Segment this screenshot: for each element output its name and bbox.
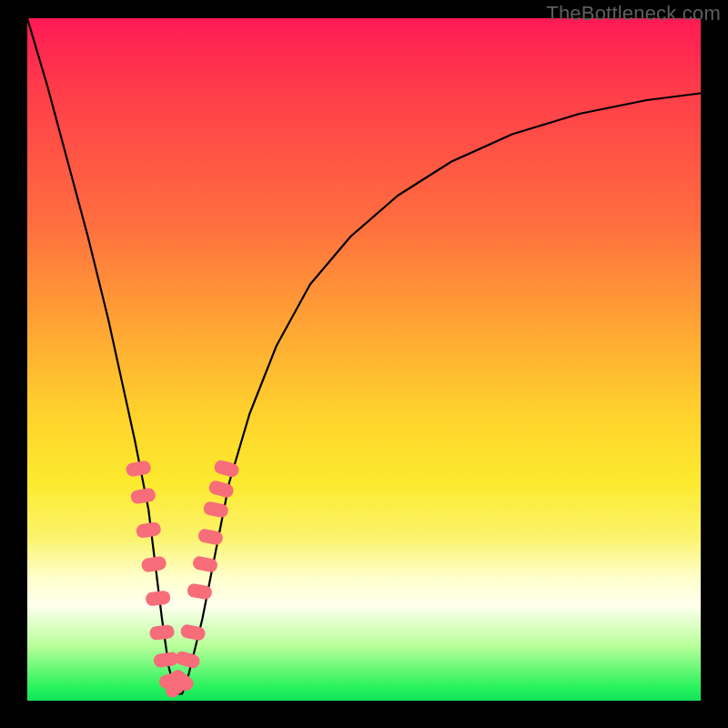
- bottleneck-curve: [27, 18, 701, 694]
- plot-area: [27, 18, 701, 701]
- watermark-text: TheBottleneck.com: [546, 2, 721, 25]
- curve-marker: [136, 521, 162, 539]
- curve-marker: [179, 623, 206, 642]
- curve-marker: [149, 624, 176, 641]
- curve-marker: [207, 480, 235, 499]
- curve-marker: [174, 650, 201, 669]
- curve-marker: [141, 555, 167, 572]
- curve-marker: [145, 590, 171, 606]
- chart-frame: TheBottleneck.com: [0, 0, 728, 728]
- curve-marker: [130, 487, 157, 504]
- curve-layer: [27, 18, 701, 701]
- curve-marker: [126, 460, 152, 477]
- marker-group: [126, 459, 240, 700]
- curve-marker: [153, 652, 179, 669]
